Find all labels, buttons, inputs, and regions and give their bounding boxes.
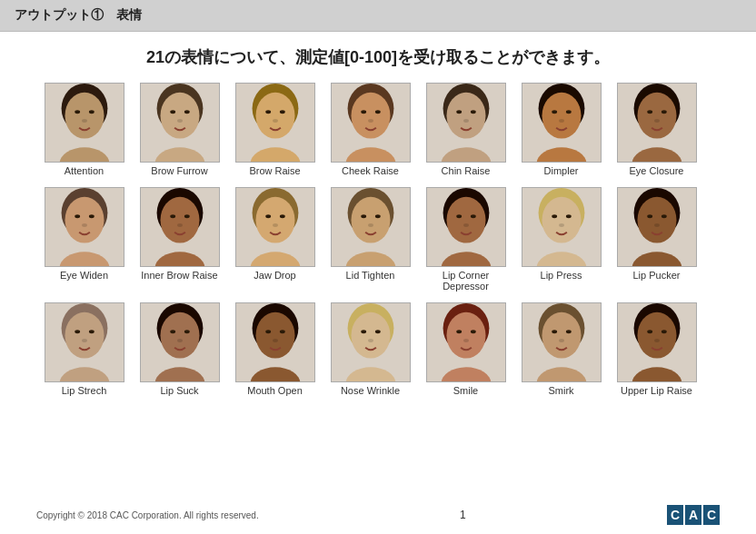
svg-point-80 (456, 214, 462, 218)
face-item: Brow Raise (227, 83, 323, 176)
svg-point-33 (463, 119, 469, 123)
svg-point-142 (637, 312, 676, 359)
face-item: Smirk (513, 302, 609, 396)
svg-point-32 (470, 110, 475, 114)
svg-point-107 (160, 312, 199, 359)
svg-point-137 (565, 330, 571, 333)
svg-point-109 (184, 330, 189, 333)
copyright: Copyright © 2018 CAC Corporation. All ri… (36, 510, 259, 520)
svg-point-82 (463, 223, 469, 227)
face-item: Brow Furrow (132, 83, 227, 176)
face-item: Attention (36, 83, 132, 176)
svg-point-131 (463, 339, 469, 342)
face-label: Attention (65, 165, 104, 176)
svg-point-37 (542, 93, 581, 139)
svg-point-39 (565, 110, 571, 114)
svg-point-46 (661, 110, 666, 114)
svg-point-143 (647, 330, 652, 333)
svg-point-94 (647, 214, 652, 218)
svg-point-47 (654, 119, 660, 123)
svg-point-2 (65, 93, 104, 139)
face-label: Chin Raise (442, 165, 491, 176)
svg-point-100 (65, 312, 104, 359)
face-label: Lip Corner Depressor (418, 270, 513, 292)
svg-point-66 (265, 214, 271, 218)
face-grid: AttentionBrow FurrowBrow RaiseCheek Rais… (36, 83, 720, 398)
face-item: Upper Lip Raise (609, 302, 704, 396)
svg-point-88 (565, 214, 571, 218)
svg-point-17 (265, 110, 271, 114)
svg-point-95 (661, 214, 666, 218)
face-item: Lip Suck (132, 302, 227, 396)
svg-point-61 (177, 223, 183, 227)
header-title: アウトプット① 表情 (15, 7, 142, 22)
face-label: Brow Raise (249, 165, 300, 176)
face-item: Smile (418, 302, 513, 396)
svg-point-19 (273, 119, 278, 123)
svg-point-117 (273, 339, 278, 342)
face-item: Eye Closure (609, 83, 704, 176)
svg-point-89 (559, 223, 564, 227)
svg-point-31 (456, 110, 462, 114)
face-label: Eye Closure (630, 165, 684, 176)
svg-point-122 (361, 330, 366, 333)
face-label: Brow Furrow (151, 165, 207, 176)
face-label: Inner Brow Raise (141, 270, 217, 281)
svg-point-25 (374, 110, 380, 114)
svg-point-145 (654, 339, 660, 342)
svg-point-44 (637, 93, 676, 139)
svg-point-74 (374, 214, 380, 218)
svg-point-45 (647, 110, 652, 114)
page-number: 1 (460, 509, 466, 521)
svg-point-75 (368, 223, 373, 227)
svg-point-16 (255, 93, 294, 139)
svg-point-24 (361, 110, 366, 114)
svg-point-23 (351, 93, 390, 139)
svg-point-59 (170, 214, 175, 218)
svg-point-79 (446, 197, 485, 243)
svg-point-54 (82, 223, 87, 227)
face-item: Nose Wrinkle (323, 302, 418, 396)
svg-point-108 (170, 330, 175, 333)
face-item: Lip Strech (36, 302, 132, 396)
svg-point-96 (654, 223, 660, 227)
svg-point-87 (552, 214, 557, 218)
subtitle: 21の表情について、測定値[0-100]を受け取ることができます。 (36, 46, 720, 68)
svg-point-138 (559, 339, 564, 342)
svg-point-3 (75, 110, 80, 114)
svg-point-101 (75, 330, 80, 333)
face-label: Lid Tighten (346, 270, 395, 281)
svg-point-114 (255, 312, 294, 359)
svg-point-65 (255, 197, 294, 243)
svg-point-121 (351, 312, 390, 359)
svg-point-9 (160, 93, 199, 139)
face-label: Lip Strech (62, 385, 107, 396)
svg-point-110 (177, 339, 183, 342)
svg-point-72 (351, 197, 390, 243)
face-label: Upper Lip Raise (621, 385, 692, 396)
svg-point-116 (279, 330, 284, 333)
face-label: Lip Suck (160, 385, 198, 396)
svg-point-123 (374, 330, 380, 333)
face-label: Mouth Open (247, 385, 303, 396)
svg-point-102 (88, 330, 94, 333)
svg-point-30 (446, 93, 485, 139)
face-label: Lip Press (541, 270, 582, 281)
face-item: Cheek Raise (323, 83, 418, 176)
face-item: Lip Pucker (609, 187, 704, 292)
svg-point-12 (177, 119, 183, 123)
face-label: Smirk (548, 385, 573, 396)
face-item: Jaw Drop (227, 187, 323, 292)
face-label: Dimpler (544, 165, 579, 176)
svg-point-68 (273, 223, 278, 227)
face-item: Lid Tighten (323, 187, 418, 292)
svg-point-115 (265, 330, 271, 333)
svg-point-40 (559, 119, 564, 123)
svg-point-60 (184, 214, 189, 218)
svg-point-136 (552, 330, 557, 333)
svg-point-103 (82, 339, 87, 342)
face-item: Inner Brow Raise (132, 187, 227, 292)
svg-point-129 (456, 330, 462, 333)
face-item: Lip Press (513, 187, 609, 292)
face-item: Chin Raise (418, 83, 513, 176)
